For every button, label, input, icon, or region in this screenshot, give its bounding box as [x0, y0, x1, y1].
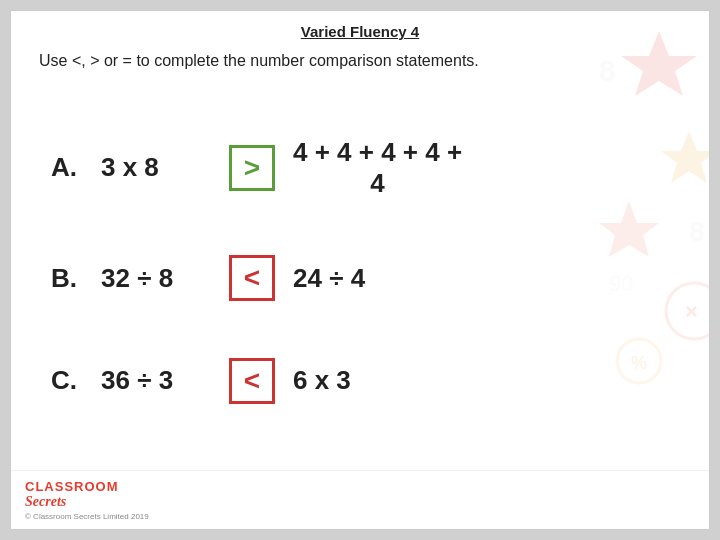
- brand-text: CLASSROOM: [25, 479, 119, 494]
- logo-area: CLASSROOM Secrets © Classroom Secrets Li…: [25, 479, 149, 521]
- label-b: B.: [51, 263, 83, 294]
- page-container: × % 8 8 90 Varied Fluency 4 Use <, > or …: [10, 10, 710, 530]
- expression-c-right: 6 x 3: [293, 365, 351, 396]
- expression-b-right: 24 ÷ 4: [293, 263, 365, 294]
- comparison-box-a: >: [229, 145, 275, 191]
- expression-c-left: 36 ÷ 3: [101, 365, 211, 396]
- copyright-text: © Classroom Secrets Limited 2019: [25, 512, 149, 521]
- footer: CLASSROOM Secrets © Classroom Secrets Li…: [11, 470, 709, 529]
- brand-secrets: Secrets: [25, 494, 66, 510]
- expression-a-right-line2: 4: [370, 168, 384, 199]
- page-title: Varied Fluency 4: [11, 11, 709, 44]
- expression-b-left: 32 ÷ 8: [101, 263, 211, 294]
- problems-area: A. 3 x 8 > 4 + 4 + 4 + 4 + 4 B. 32 ÷ 8 <…: [11, 80, 709, 470]
- problem-row-c: C. 36 ÷ 3 < 6 x 3: [51, 358, 669, 404]
- problem-row-a: A. 3 x 8 > 4 + 4 + 4 + 4 + 4: [51, 137, 669, 199]
- label-a: A.: [51, 152, 83, 183]
- expression-a-right-line1: 4 + 4 + 4 + 4 +: [293, 137, 462, 168]
- label-c: C.: [51, 365, 83, 396]
- comparison-box-c: <: [229, 358, 275, 404]
- instruction-text: Use <, > or = to complete the number com…: [11, 44, 709, 80]
- symbol-a: >: [244, 152, 260, 184]
- symbol-b: <: [244, 262, 260, 294]
- comparison-box-b: <: [229, 255, 275, 301]
- problem-row-b: B. 32 ÷ 8 < 24 ÷ 4: [51, 255, 669, 301]
- main-content: Varied Fluency 4 Use <, > or = to comple…: [11, 11, 709, 529]
- symbol-c: <: [244, 365, 260, 397]
- expression-a-left: 3 x 8: [101, 152, 211, 183]
